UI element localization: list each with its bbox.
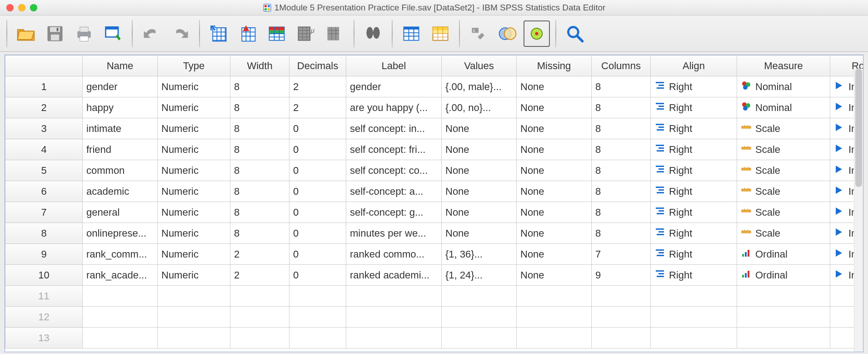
cell-label[interactable]: ranked commo... (346, 244, 442, 265)
weight-cases-button[interactable] (427, 20, 454, 47)
cell-align[interactable]: Right (651, 202, 737, 223)
close-window-button[interactable] (6, 4, 14, 11)
use-variable-sets-button[interactable] (524, 20, 550, 47)
cell-measure[interactable]: Ordinal (737, 244, 830, 265)
col-header-align[interactable]: Align (651, 56, 737, 76)
row-number[interactable]: 12 (5, 307, 83, 328)
cell-type[interactable]: Numeric (158, 118, 230, 139)
cell-decimals[interactable]: 2 (289, 97, 346, 118)
cell-missing[interactable]: None (517, 181, 592, 202)
cell-name[interactable]: intimate (83, 118, 158, 139)
cell-measure[interactable]: Ordinal (737, 265, 830, 286)
goto-case-button[interactable] (205, 20, 232, 47)
cell-type[interactable]: Numeric (158, 265, 230, 286)
row-number[interactable]: 6 (5, 181, 83, 202)
row-number[interactable]: 5 (5, 160, 83, 181)
col-header-values[interactable]: Values (442, 56, 517, 76)
cell-missing[interactable]: None (517, 265, 592, 286)
cell-columns[interactable]: 7 (592, 244, 651, 265)
cell-columns[interactable]: 8 (592, 202, 651, 223)
value-labels-button[interactable] (494, 20, 521, 47)
vertical-scrollbar-thumb[interactable] (855, 69, 862, 187)
cell-name[interactable]: friend (83, 139, 158, 160)
goto-variable-button[interactable] (234, 20, 261, 47)
cell-missing[interactable]: None (517, 76, 592, 97)
cell-columns[interactable]: 8 (592, 223, 651, 244)
cell-missing[interactable]: None (517, 118, 592, 139)
cell-values[interactable]: None (442, 160, 517, 181)
row-number[interactable]: 9 (5, 244, 83, 265)
cell-align[interactable]: Right (651, 244, 737, 265)
col-header-label[interactable]: Label (346, 56, 442, 76)
cell-measure[interactable]: Scale (737, 223, 830, 244)
cell-align[interactable]: Right (651, 139, 737, 160)
cell-align[interactable]: Right (651, 160, 737, 181)
cell-name[interactable]: onlineprese... (83, 223, 158, 244)
cell-name[interactable]: academic (83, 181, 158, 202)
cell-missing[interactable]: None (517, 139, 592, 160)
cell-decimals[interactable]: 0 (289, 160, 346, 181)
row-number[interactable]: 2 (5, 97, 83, 118)
table-row-empty[interactable]: 11 (5, 286, 863, 307)
cell-decimals[interactable]: 0 (289, 139, 346, 160)
cell-width[interactable]: 8 (230, 76, 289, 97)
table-row[interactable]: 6academicNumeric80self-concept: a...None… (5, 181, 863, 202)
cell-measure[interactable]: Scale (737, 118, 830, 139)
cell-type[interactable]: Numeric (158, 223, 230, 244)
cell-width[interactable]: 8 (230, 202, 289, 223)
cell-type[interactable]: Numeric (158, 139, 230, 160)
cell-name[interactable]: rank_comm... (83, 244, 158, 265)
save-button[interactable] (42, 20, 68, 47)
cell-columns[interactable]: 8 (592, 181, 651, 202)
cell-decimals[interactable]: 0 (289, 223, 346, 244)
cell-measure[interactable]: Scale (737, 202, 830, 223)
table-row[interactable]: 1genderNumeric82gender{.00, male}...None… (5, 76, 863, 97)
vertical-scrollbar[interactable] (854, 69, 863, 352)
row-number[interactable]: 13 (5, 328, 83, 349)
undo-button[interactable] (138, 20, 165, 47)
cell-decimals[interactable]: 0 (289, 181, 346, 202)
cell-missing[interactable]: None (517, 202, 592, 223)
cell-columns[interactable]: 8 (592, 139, 651, 160)
row-number[interactable]: 1 (5, 76, 83, 97)
recall-dialog-button[interactable] (100, 20, 126, 47)
cell-width[interactable]: 8 (230, 97, 289, 118)
row-number[interactable]: 4 (5, 139, 83, 160)
cell-decimals[interactable]: 0 (289, 118, 346, 139)
table-row[interactable]: 4friendNumeric80self concept: fri...None… (5, 139, 863, 160)
cell-values[interactable]: {.00, no}... (442, 97, 517, 118)
split-file-button[interactable] (398, 20, 424, 47)
zoom-window-button[interactable] (30, 4, 37, 11)
cell-name[interactable]: common (83, 160, 158, 181)
row-number[interactable]: 10 (5, 265, 83, 286)
col-header-name[interactable]: Name (83, 56, 158, 76)
col-header-columns[interactable]: Columns (592, 56, 651, 76)
cell-name[interactable]: rank_acade... (83, 265, 158, 286)
cell-missing[interactable]: None (517, 223, 592, 244)
cell-decimals[interactable]: 2 (289, 76, 346, 97)
cell-columns[interactable]: 8 (592, 76, 651, 97)
cell-values[interactable]: None (442, 202, 517, 223)
cell-label[interactable]: gender (346, 76, 442, 97)
cell-width[interactable]: 2 (230, 265, 289, 286)
cell-decimals[interactable]: 0 (289, 202, 346, 223)
redo-button[interactable] (167, 20, 194, 47)
descriptives-button[interactable] (322, 20, 348, 47)
cell-type[interactable]: Numeric (158, 76, 230, 97)
cell-values[interactable]: None (442, 181, 517, 202)
cell-width[interactable]: 8 (230, 223, 289, 244)
table-row[interactable]: 7generalNumeric80self-concept: g...NoneN… (5, 202, 863, 223)
cell-values[interactable]: None (442, 118, 517, 139)
cell-width[interactable]: 8 (230, 181, 289, 202)
row-number[interactable]: 11 (5, 286, 83, 307)
cell-measure[interactable]: Nominal (737, 97, 830, 118)
col-header-missing[interactable]: Missing (517, 56, 592, 76)
cell-label[interactable]: are you happy (... (346, 97, 442, 118)
col-header-type[interactable]: Type (158, 56, 230, 76)
table-row[interactable]: 2happyNumeric82are you happy (...{.00, n… (5, 97, 863, 118)
cell-measure[interactable]: Nominal (737, 76, 830, 97)
grid-scroll-area[interactable]: Name Type Width Decimals Label Values Mi… (5, 55, 863, 352)
cell-measure[interactable]: Scale (737, 139, 830, 160)
cell-decimals[interactable]: 0 (289, 244, 346, 265)
minimize-window-button[interactable] (18, 4, 25, 11)
